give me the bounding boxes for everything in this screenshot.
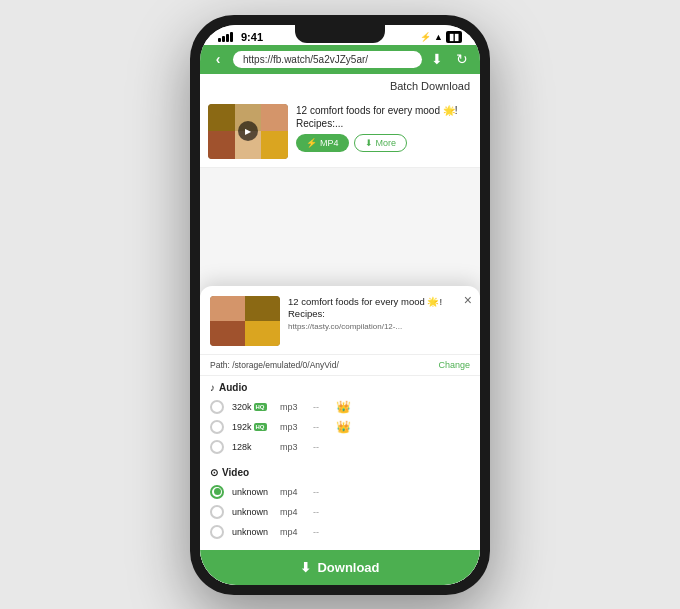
type-192k: mp3	[280, 422, 305, 432]
bottom-sheet: 12 comfort foods for every mood 🌟! Recip…	[200, 286, 480, 585]
hq-badge-320k: HQ	[254, 403, 267, 411]
phone-frame: 9:41 ⚡ ▲ ▮▮ ‹ ⬇ ↻ Batch Download	[190, 15, 490, 595]
status-right: ⚡ ▲ ▮▮	[420, 31, 462, 43]
video-format-row-2[interactable]: unknown mp4 --	[210, 502, 470, 522]
sheet-url: https://tasty.co/compilation/12-...	[288, 322, 470, 331]
back-button[interactable]: ‹	[208, 51, 228, 67]
audio-format-row-192k[interactable]: 192k HQ mp3 -- 👑	[210, 417, 470, 437]
radio-inner-1	[214, 488, 221, 495]
status-time: 9:41	[241, 31, 263, 43]
size-video-2: --	[313, 507, 328, 517]
type-video-2: mp4	[280, 507, 305, 517]
crown-icon-320k: 👑	[336, 400, 351, 414]
type-video-3: mp4	[280, 527, 305, 537]
path-text: Path: /storage/emulated/0/AnyVid/	[210, 360, 339, 370]
status-left: 9:41	[218, 31, 263, 43]
size-video-3: --	[313, 527, 328, 537]
radio-128k[interactable]	[210, 440, 224, 454]
thumb-cell-3	[261, 104, 288, 132]
video-icon: ⊙	[210, 467, 218, 478]
lightning-icon: ⚡	[306, 138, 317, 148]
signal-bars	[218, 32, 233, 42]
sheet-header: 12 comfort foods for every mood 🌟! Recip…	[200, 286, 480, 355]
audio-format-row-320k[interactable]: 320k HQ mp3 -- 👑	[210, 397, 470, 417]
audio-section: ♪ Audio 320k HQ mp3 -- 👑	[200, 376, 480, 461]
video-format-row-3[interactable]: unknown mp4 --	[210, 522, 470, 542]
video-label: Video	[222, 467, 249, 478]
quality-video-3: unknown	[232, 527, 272, 537]
type-128k: mp3	[280, 442, 305, 452]
video-section-title: ⊙ Video	[210, 467, 470, 478]
close-button[interactable]: ×	[464, 292, 472, 308]
audio-format-row-128k[interactable]: 128k mp3 --	[210, 437, 470, 457]
thumb-cell-1	[208, 104, 235, 132]
download-icon-btn: ⬇	[300, 560, 311, 575]
mp4-label: MP4	[320, 138, 339, 148]
radio-320k[interactable]	[210, 400, 224, 414]
quality-128k: 128k	[232, 442, 272, 452]
size-320k: --	[313, 402, 328, 412]
notch	[295, 25, 385, 43]
sheet-title: 12 comfort foods for every mood 🌟! Recip…	[288, 296, 470, 321]
music-icon: ♪	[210, 382, 215, 393]
signal-icon: ▲	[434, 32, 443, 42]
quality-320k: 320k HQ	[232, 402, 272, 412]
play-button-overlay[interactable]: ▶	[238, 121, 258, 141]
thumb-cell-4	[208, 131, 235, 159]
download-arrow-icon: ⬇	[365, 138, 373, 148]
crown-icon-192k: 👑	[336, 420, 351, 434]
video-thumbnail: ▶	[208, 104, 288, 159]
hq-badge-192k: HQ	[254, 423, 267, 431]
url-bar: ‹ ⬇ ↻	[200, 45, 480, 74]
radio-video-1[interactable]	[210, 485, 224, 499]
phone-screen: 9:41 ⚡ ▲ ▮▮ ‹ ⬇ ↻ Batch Download	[200, 25, 480, 585]
type-video-1: mp4	[280, 487, 305, 497]
size-128k: --	[313, 442, 328, 452]
sheet-thumb-3	[210, 321, 245, 346]
download-button[interactable]: ⬇ Download	[200, 550, 480, 585]
more-label: More	[376, 138, 397, 148]
refresh-icon[interactable]: ↻	[452, 51, 472, 67]
video-section: ⊙ Video unknown mp4 -- unknown	[200, 461, 480, 546]
audio-label: Audio	[219, 382, 247, 393]
battery-icon: ▮▮	[446, 31, 462, 43]
video-card: ▶ 12 comfort foods for every mood 🌟! Rec…	[200, 96, 480, 168]
audio-section-title: ♪ Audio	[210, 382, 470, 393]
url-input[interactable]	[233, 51, 422, 68]
video-format-row-1[interactable]: unknown mp4 --	[210, 482, 470, 502]
sheet-thumb-4	[245, 321, 280, 346]
video-info: 12 comfort foods for every mood 🌟! Recip…	[296, 104, 472, 152]
type-320k: mp3	[280, 402, 305, 412]
size-video-1: --	[313, 487, 328, 497]
batch-download-label: Batch Download	[200, 74, 480, 96]
quality-192k: 192k HQ	[232, 422, 272, 432]
video-title: 12 comfort foods for every mood 🌟! Recip…	[296, 104, 472, 130]
sheet-thumbnail	[210, 296, 280, 346]
path-row: Path: /storage/emulated/0/AnyVid/ Change	[200, 355, 480, 376]
download-icon[interactable]: ⬇	[427, 51, 447, 67]
sheet-thumb-1	[210, 296, 245, 321]
radio-video-3[interactable]	[210, 525, 224, 539]
radio-video-2[interactable]	[210, 505, 224, 519]
radio-192k[interactable]	[210, 420, 224, 434]
size-192k: --	[313, 422, 328, 432]
download-label: Download	[317, 560, 379, 575]
bluetooth-icon: ⚡	[420, 32, 431, 42]
video-actions: ⚡ MP4 ⬇ More	[296, 134, 472, 152]
quality-video-2: unknown	[232, 507, 272, 517]
mp4-button[interactable]: ⚡ MP4	[296, 134, 349, 152]
thumb-cell-6	[261, 131, 288, 159]
more-button[interactable]: ⬇ More	[354, 134, 408, 152]
quality-video-1: unknown	[232, 487, 272, 497]
change-button[interactable]: Change	[438, 360, 470, 370]
browser-content: Batch Download ▶ 12 comfort foods for	[200, 74, 480, 585]
sheet-thumb-2	[245, 296, 280, 321]
sheet-info: 12 comfort foods for every mood 🌟! Recip…	[280, 296, 470, 332]
